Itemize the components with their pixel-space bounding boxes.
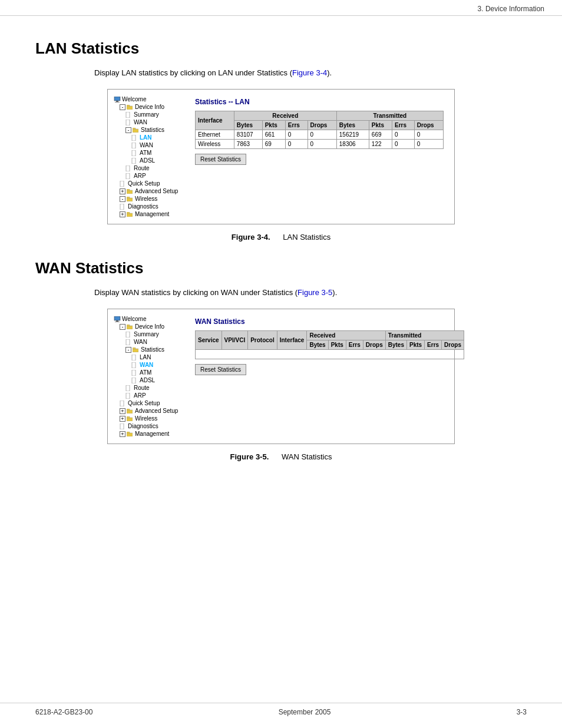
folder-icon-5 (127, 211, 134, 217)
lan-heading: LAN Statistics (35, 39, 527, 58)
wan-intro: Display WAN statistics by clicking on WA… (35, 288, 527, 297)
doc-wan-3 (131, 355, 138, 360)
wan-tree-arp: ARP (114, 392, 190, 399)
lan-stats-table: Interface Received Transmitted Bytes Pkt… (195, 111, 444, 149)
lan-content-panel: Statistics -- LAN Interface Received Tra… (190, 95, 448, 218)
svg-rect-1 (116, 101, 118, 102)
th-transmitted: Transmitted (336, 111, 443, 121)
doc-icon-5 (131, 150, 138, 156)
tree-wan-sub: WAN (114, 141, 190, 149)
tree-quick-setup: Quick Setup (114, 180, 190, 187)
tree-statistics: - Statistics (114, 126, 190, 134)
svg-rect-9 (132, 135, 135, 141)
folder-icon-wan-4 (127, 416, 134, 422)
wan-reset-button[interactable]: Reset Statistics (195, 364, 246, 375)
doc-wan-1 (125, 332, 133, 337)
wan-tree-quick-setup: Quick Setup (114, 399, 190, 407)
doc-icon (125, 112, 133, 118)
tree-advanced-setup: + Advanced Setup (114, 187, 190, 195)
lan-figure-link[interactable]: Figure 3-4 (292, 68, 327, 77)
svg-rect-45 (127, 432, 130, 434)
svg-rect-36 (126, 385, 130, 391)
tree-arp: ARP (114, 172, 190, 180)
tree-route: Route (114, 164, 190, 172)
tree-welcome: Welcome (114, 95, 190, 103)
svg-rect-12 (132, 158, 135, 164)
svg-rect-31 (133, 348, 135, 349)
wan-tree-adsl: ADSL (114, 376, 190, 384)
svg-rect-28 (126, 332, 130, 337)
doc-wan-2 (125, 339, 133, 345)
tree-atm: ATM (114, 149, 190, 157)
tree-wireless: - Wireless (114, 195, 190, 203)
th-received: Received (234, 111, 336, 121)
wan-screenshot-box: Welcome - Device Info Summary (107, 309, 455, 444)
doc-wan-7 (125, 385, 133, 391)
doc-icon-10 (120, 204, 127, 210)
wan-tree-wireless: + Wireless (114, 415, 190, 422)
table-row-wireless: Wireless 7863 69 0 0 18306 122 0 0 (196, 140, 444, 149)
svg-rect-17 (127, 189, 130, 191)
wan-tree-management: + Management (114, 430, 190, 438)
wan-tree-diagnostics: Diagnostics (114, 422, 190, 430)
doc-icon-2 (125, 120, 133, 125)
doc-icon-7 (125, 166, 133, 171)
header-text: 3. Device Information (478, 5, 544, 13)
doc-icon-9 (120, 181, 127, 187)
wan-tree-device-info: - Device Info (114, 323, 190, 330)
doc-wan-10 (120, 423, 127, 429)
svg-rect-14 (126, 173, 130, 179)
svg-rect-35 (132, 378, 135, 383)
svg-rect-25 (115, 322, 120, 322)
svg-rect-32 (132, 355, 135, 360)
lan-reset-button[interactable]: Reset Statistics (195, 154, 246, 165)
svg-rect-38 (120, 401, 124, 406)
svg-rect-37 (126, 393, 130, 399)
doc-wan-6 (131, 378, 138, 383)
doc-wan-4 (131, 362, 138, 368)
tree-lan-active: LAN (114, 134, 190, 141)
footer-right: 3-3 (517, 708, 527, 716)
monitor-icon-2 (114, 316, 121, 322)
wan-tree-statistics: - Statistics (114, 346, 190, 353)
folder-icon (127, 104, 134, 110)
svg-rect-15 (120, 181, 124, 187)
tree-wan-1: WAN (114, 118, 190, 126)
wan-figure-caption: Figure 3-5. WAN Statistics (35, 452, 527, 461)
svg-rect-43 (120, 423, 124, 429)
page-footer: 6218-A2-GB23-00 September 2005 3-3 (0, 703, 562, 716)
folder-icon-wan-1 (127, 324, 134, 330)
wan-table-empty-row (196, 350, 464, 359)
wan-tree-advanced-setup: + Advanced Setup (114, 407, 190, 415)
wan-stats-table: Service VPI/VCI Protocol Interface Recei… (195, 330, 464, 359)
svg-rect-24 (116, 320, 118, 322)
wan-tree-route: Route (114, 384, 190, 392)
svg-rect-33 (132, 362, 135, 368)
svg-rect-5 (126, 112, 130, 118)
svg-rect-2 (115, 102, 120, 102)
folder-icon-3 (127, 188, 134, 194)
tree-adsl: ADSL (114, 157, 190, 164)
svg-rect-27 (127, 325, 130, 326)
svg-rect-6 (126, 120, 130, 125)
svg-rect-20 (120, 204, 124, 210)
lan-screenshot-wrapper: Welcome - Device Info Summary (35, 89, 527, 229)
doc-icon-6 (131, 158, 138, 164)
lan-intro: Display LAN statistics by clicking on LA… (35, 68, 527, 77)
doc-wan-8 (125, 393, 133, 399)
wan-heading: WAN Statistics (35, 259, 527, 277)
wan-tree-summary: Summary (114, 330, 190, 338)
svg-rect-29 (126, 339, 130, 345)
doc-icon-8 (125, 173, 133, 179)
wan-panel-title: WAN Statistics (195, 317, 464, 326)
wan-figure-link[interactable]: Figure 3-5 (297, 288, 332, 297)
footer-center: September 2005 (279, 708, 331, 716)
svg-rect-0 (114, 97, 120, 101)
doc-icon-4 (131, 143, 138, 148)
wan-tree-wan-active: WAN (114, 361, 190, 369)
folder-icon-wan-3 (127, 408, 134, 414)
tree-management: + Management (114, 210, 190, 218)
table-row-ethernet: Ethernet 83107 661 0 0 156219 669 0 0 (196, 130, 444, 140)
lan-panel-title: Statistics -- LAN (195, 98, 444, 106)
doc-wan-9 (120, 401, 127, 406)
